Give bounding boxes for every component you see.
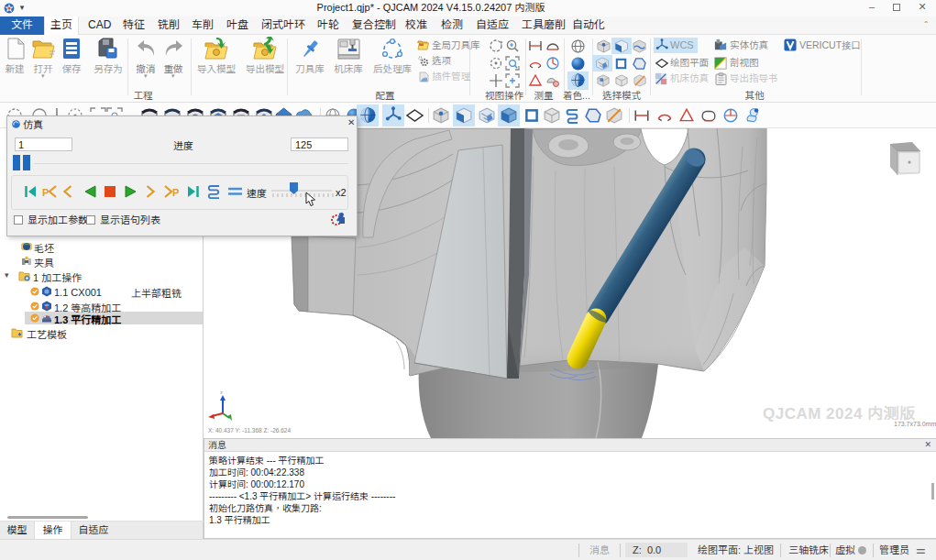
svg-text:X: 40.437 Y: -11.368 Z: -26.62: X: 40.437 Y: -11.368 Z: -26.624 <box>208 427 291 434</box>
svg-text:P: P <box>172 187 179 198</box>
svg-text:173.7x73.0mm: 173.7x73.0mm <box>894 421 936 427</box>
svg-text:P: P <box>42 187 49 198</box>
svg-text:z: z <box>220 390 223 395</box>
